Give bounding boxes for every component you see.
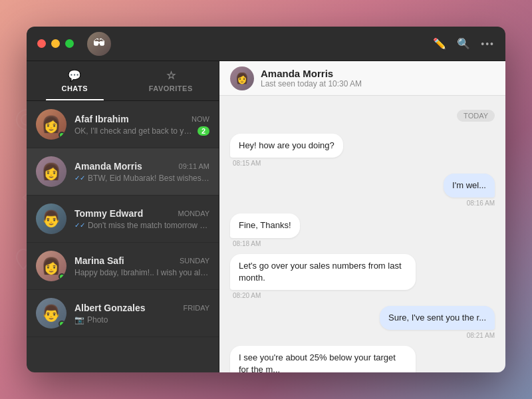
chat-name-row-marina: Marina Safi SUNDAY xyxy=(74,255,209,266)
chat-preview-albert: 📷 Photo xyxy=(74,315,209,325)
chat-time-tommy: MONDAY xyxy=(178,209,209,217)
avatar-albert: 👨 xyxy=(36,298,66,329)
bubble-6: I see you're about 25% below your target… xyxy=(230,346,416,372)
chat-preview-afaf: OK, I'll check and get back to you. 2 xyxy=(74,126,209,136)
online-indicator-marina xyxy=(59,273,65,280)
chat-info-tommy: Tommy Edward MONDAY ✓✓ Don't miss the ma… xyxy=(74,208,209,230)
msg-time-2: 08:16 AM xyxy=(467,200,495,207)
sidebar: 💬 CHATS ☆ FAVORITES 👩 xyxy=(27,61,219,372)
preview-text-afaf: OK, I'll check and get back to you. xyxy=(74,126,195,136)
chat-header-info: Amanda Morris Last seen today at 10:30 A… xyxy=(261,68,362,88)
chat-name-albert: Albert Gonzales xyxy=(74,303,146,313)
chat-name-amanda: Amanda Morris xyxy=(74,161,142,172)
minimize-button[interactable] xyxy=(51,39,60,48)
badge-afaf: 2 xyxy=(198,126,209,136)
chat-name-tommy: Tommy Edward xyxy=(74,208,143,219)
message-5: Sure, I've sent you the r... 08:21 AM xyxy=(380,306,495,339)
chat-header-avatar-face: 👩 xyxy=(235,72,249,84)
chat-preview-tommy: ✓✓ Don't miss the match tomorrow e ... xyxy=(74,221,209,230)
chat-header-avatar: 👩 xyxy=(230,66,254,90)
preview-text-marina: Happy bday, Ibrahim!.. I wish you all t … xyxy=(74,268,209,277)
avatar-tommy: 👨 xyxy=(36,203,66,234)
chat-time-albert: FRIDAY xyxy=(183,304,209,312)
chat-item-tommy[interactable]: 👨 Tommy Edward MONDAY ✓✓ Don't miss the … xyxy=(27,196,219,243)
chats-tab-label: CHATS xyxy=(61,84,88,92)
message-1: Hey! how are you doing? 08:15 AM xyxy=(230,134,343,167)
bubble-1: Hey! how are you doing? xyxy=(230,134,343,158)
chat-name-row-tommy: Tommy Edward MONDAY xyxy=(74,208,209,219)
chat-item-marina[interactable]: 👩 Marina Safi SUNDAY Happy bday, Ibrahim… xyxy=(27,243,219,290)
chat-item-amanda[interactable]: 👩 Amanda Morris 09:11 AM ✓✓ BTW, Eid Mub… xyxy=(27,148,219,196)
chat-info-afaf: Afaf Ibrahim NOW OK, I'll check and get … xyxy=(74,114,209,136)
chat-list: 👩 Afaf Ibrahim NOW OK, I'll check and ge… xyxy=(27,101,219,372)
chat-item-albert[interactable]: 👨 Albert Gonzales FRIDAY 📷 Photo xyxy=(27,290,219,337)
online-indicator-albert xyxy=(59,321,65,327)
chat-header: 👩 Amanda Morris Last seen today at 10:30… xyxy=(219,61,505,96)
camera-icon-albert: 📷 xyxy=(74,315,84,325)
msg-time-5: 08:21 AM xyxy=(467,332,495,339)
tab-chats[interactable]: 💬 CHATS xyxy=(27,61,123,100)
date-chip: TODAY xyxy=(457,110,495,122)
favorites-tab-icon: ☆ xyxy=(166,69,176,82)
avatar-afaf-face: 👩 xyxy=(41,115,61,134)
message-2: I'm wel... 08:16 AM xyxy=(444,174,495,207)
avatar-marina: 👩 xyxy=(36,251,66,281)
avatar-afaf: 👩 xyxy=(36,109,66,140)
avatar-amanda: 👩 xyxy=(36,156,66,187)
more-icon[interactable]: ••• xyxy=(481,39,495,49)
message-6: I see you're about 25% below your target… xyxy=(230,346,416,372)
preview-text-tommy: Don't miss the match tomorrow e ... xyxy=(88,221,209,230)
chat-info-albert: Albert Gonzales FRIDAY 📷 Photo xyxy=(74,303,209,325)
check-icon-amanda: ✓✓ xyxy=(74,174,85,182)
main-content: 💬 CHATS ☆ FAVORITES 👩 xyxy=(27,61,505,372)
title-bar: 🕶 ✏️ 🔍 ••• xyxy=(27,27,505,61)
chat-info-marina: Marina Safi SUNDAY Happy bday, Ibrahim!.… xyxy=(74,255,209,277)
preview-text-albert: Photo xyxy=(87,315,108,325)
compose-icon[interactable]: ✏️ xyxy=(433,37,446,50)
chat-preview-marina: Happy bday, Ibrahim!.. I wish you all t … xyxy=(74,268,209,277)
bubble-5: Sure, I've sent you the r... xyxy=(380,306,495,330)
date-divider: TODAY xyxy=(230,109,495,122)
chat-time-afaf: NOW xyxy=(192,115,209,123)
chats-tab-icon: 💬 xyxy=(68,69,82,82)
msg-time-4: 08:20 AM xyxy=(233,292,261,299)
chat-time-marina: SUNDAY xyxy=(180,257,209,265)
msg-time-1: 08:15 AM xyxy=(233,160,261,167)
tab-favorites[interactable]: ☆ FAVORITES xyxy=(123,61,219,100)
chat-header-name: Amanda Morris xyxy=(261,68,362,79)
chat-name-row-albert: Albert Gonzales FRIDAY xyxy=(74,303,209,313)
app-window: 🕶 ✏️ 🔍 ••• 💬 CHATS ☆ FAVORITES xyxy=(27,27,505,372)
traffic-lights xyxy=(37,39,74,48)
user-avatar-icon: 🕶 xyxy=(93,37,105,51)
user-avatar: 🕶 xyxy=(87,32,111,56)
close-button[interactable] xyxy=(37,39,46,48)
sidebar-tabs: 💬 CHATS ☆ FAVORITES xyxy=(27,61,219,101)
preview-text-amanda: BTW, Eid Mubarak! Best wishes fo ... xyxy=(88,174,209,183)
avatar-marina-face: 👩 xyxy=(41,257,61,275)
bubble-3: Fine, Thanks! xyxy=(230,213,300,237)
chat-name-row-amanda: Amanda Morris 09:11 AM xyxy=(74,161,209,172)
favorites-tab-label: FAVORITES xyxy=(149,84,193,92)
message-4: Let's go over your sales numbers from la… xyxy=(230,254,416,299)
bubble-2: I'm wel... xyxy=(444,174,495,198)
maximize-button[interactable] xyxy=(65,39,74,48)
bubble-4: Let's go over your sales numbers from la… xyxy=(230,254,416,290)
chat-panel: 👩 Amanda Morris Last seen today at 10:30… xyxy=(219,61,505,372)
msg-time-3: 08:18 AM xyxy=(233,240,261,247)
avatar-amanda-face: 👩 xyxy=(41,162,61,181)
messages-area: TODAY Hey! how are you doing? 08:15 AM I… xyxy=(219,96,505,372)
chat-time-amanda: 09:11 AM xyxy=(179,162,209,170)
search-icon[interactable]: 🔍 xyxy=(457,37,470,50)
avatar-albert-face: 👨 xyxy=(41,304,61,323)
chat-header-status: Last seen today at 10:30 AM xyxy=(261,79,362,88)
chat-preview-amanda: ✓✓ BTW, Eid Mubarak! Best wishes fo ... xyxy=(74,174,209,183)
online-indicator-afaf xyxy=(59,132,65,138)
check-icon-tommy: ✓✓ xyxy=(74,221,85,229)
chat-name-row-afaf: Afaf Ibrahim NOW xyxy=(74,114,209,124)
chat-info-amanda: Amanda Morris 09:11 AM ✓✓ BTW, Eid Mubar… xyxy=(74,161,209,183)
title-bar-icons: ✏️ 🔍 ••• xyxy=(433,37,495,50)
chat-name-marina: Marina Safi xyxy=(74,255,124,266)
chat-name-afaf: Afaf Ibrahim xyxy=(74,114,129,124)
chat-item-afaf[interactable]: 👩 Afaf Ibrahim NOW OK, I'll check and ge… xyxy=(27,101,219,148)
avatar-tommy-face: 👨 xyxy=(41,209,61,228)
